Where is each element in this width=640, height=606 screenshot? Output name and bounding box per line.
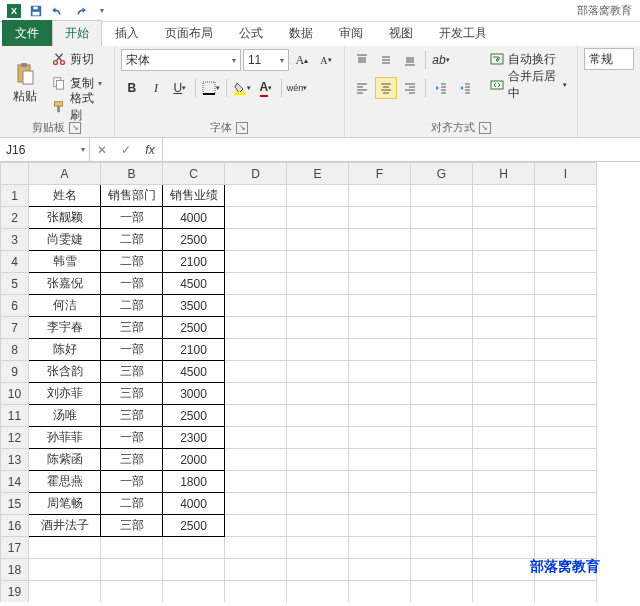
align-middle-button[interactable] xyxy=(375,49,397,71)
cell-B15[interactable]: 二部 xyxy=(101,493,163,515)
cell-E7[interactable] xyxy=(287,317,349,339)
cell-C17[interactable] xyxy=(163,537,225,559)
cell-B14[interactable]: 一部 xyxy=(101,471,163,493)
cell-E16[interactable] xyxy=(287,515,349,537)
cell-F11[interactable] xyxy=(349,405,411,427)
cell-E12[interactable] xyxy=(287,427,349,449)
cell-E6[interactable] xyxy=(287,295,349,317)
ruby-button[interactable]: wén▾ xyxy=(286,77,308,99)
cell-H7[interactable] xyxy=(473,317,535,339)
cell-I19[interactable] xyxy=(535,581,597,603)
row-header-6[interactable]: 6 xyxy=(1,295,29,317)
col-header-C[interactable]: C xyxy=(163,163,225,185)
cell-A12[interactable]: 孙菲菲 xyxy=(29,427,101,449)
cell-D5[interactable] xyxy=(225,273,287,295)
cell-F4[interactable] xyxy=(349,251,411,273)
worksheet-grid[interactable]: ABCDEFGHI1姓名销售部门销售业绩2张靓颖一部40003尚雯婕二部2500… xyxy=(0,162,640,602)
cell-A5[interactable]: 张嘉倪 xyxy=(29,273,101,295)
cell-H1[interactable] xyxy=(473,185,535,207)
row-header-2[interactable]: 2 xyxy=(1,207,29,229)
tab-7[interactable]: 开发工具 xyxy=(426,20,500,46)
cell-E13[interactable] xyxy=(287,449,349,471)
cell-A11[interactable]: 汤唯 xyxy=(29,405,101,427)
row-header-9[interactable]: 9 xyxy=(1,361,29,383)
cell-D4[interactable] xyxy=(225,251,287,273)
font-color-button[interactable]: A▾ xyxy=(255,77,277,99)
cell-C14[interactable]: 1800 xyxy=(163,471,225,493)
cell-G15[interactable] xyxy=(411,493,473,515)
cell-B12[interactable]: 一部 xyxy=(101,427,163,449)
cell-E11[interactable] xyxy=(287,405,349,427)
cell-D14[interactable] xyxy=(225,471,287,493)
tab-3[interactable]: 公式 xyxy=(226,20,276,46)
cell-A18[interactable] xyxy=(29,559,101,581)
orientation-button[interactable]: ab▾ xyxy=(430,49,452,71)
enter-button[interactable]: ✓ xyxy=(114,138,138,161)
cell-G7[interactable] xyxy=(411,317,473,339)
row-header-19[interactable]: 19 xyxy=(1,581,29,603)
row-header-5[interactable]: 5 xyxy=(1,273,29,295)
excel-icon[interactable]: X xyxy=(4,2,24,20)
grow-font-button[interactable]: A▴ xyxy=(291,49,313,71)
formula-input[interactable] xyxy=(163,138,640,161)
fx-button[interactable]: fx xyxy=(138,138,162,161)
cell-D2[interactable] xyxy=(225,207,287,229)
cell-G6[interactable] xyxy=(411,295,473,317)
cell-F16[interactable] xyxy=(349,515,411,537)
cell-B9[interactable]: 三部 xyxy=(101,361,163,383)
row-header-10[interactable]: 10 xyxy=(1,383,29,405)
cell-C18[interactable] xyxy=(163,559,225,581)
cell-B16[interactable]: 三部 xyxy=(101,515,163,537)
tab-4[interactable]: 数据 xyxy=(276,20,326,46)
cell-H9[interactable] xyxy=(473,361,535,383)
cell-B5[interactable]: 一部 xyxy=(101,273,163,295)
cell-C2[interactable]: 4000 xyxy=(163,207,225,229)
cell-I17[interactable] xyxy=(535,537,597,559)
cell-I12[interactable] xyxy=(535,427,597,449)
cell-E5[interactable] xyxy=(287,273,349,295)
cell-C15[interactable]: 4000 xyxy=(163,493,225,515)
col-header-G[interactable]: G xyxy=(411,163,473,185)
cell-I10[interactable] xyxy=(535,383,597,405)
undo-button[interactable] xyxy=(48,2,68,20)
cell-G19[interactable] xyxy=(411,581,473,603)
underline-button[interactable]: U▾ xyxy=(169,77,191,99)
cell-H14[interactable] xyxy=(473,471,535,493)
cell-G8[interactable] xyxy=(411,339,473,361)
qat-customize[interactable]: ▾ xyxy=(92,2,112,20)
cell-B8[interactable]: 一部 xyxy=(101,339,163,361)
cell-H17[interactable] xyxy=(473,537,535,559)
cell-H5[interactable] xyxy=(473,273,535,295)
cell-B10[interactable]: 三部 xyxy=(101,383,163,405)
cell-A10[interactable]: 刘亦菲 xyxy=(29,383,101,405)
cell-E8[interactable] xyxy=(287,339,349,361)
cell-B18[interactable] xyxy=(101,559,163,581)
cell-C8[interactable]: 2100 xyxy=(163,339,225,361)
cell-I14[interactable] xyxy=(535,471,597,493)
cell-A13[interactable]: 陈紫函 xyxy=(29,449,101,471)
cell-H16[interactable] xyxy=(473,515,535,537)
row-header-15[interactable]: 15 xyxy=(1,493,29,515)
cell-A8[interactable]: 陈好 xyxy=(29,339,101,361)
cell-G17[interactable] xyxy=(411,537,473,559)
cell-B13[interactable]: 三部 xyxy=(101,449,163,471)
cell-C1[interactable]: 销售业绩 xyxy=(163,185,225,207)
cell-A16[interactable]: 酒井法子 xyxy=(29,515,101,537)
cell-F8[interactable] xyxy=(349,339,411,361)
tab-file[interactable]: 文件 xyxy=(2,20,52,46)
cell-D18[interactable] xyxy=(225,559,287,581)
col-header-H[interactable]: H xyxy=(473,163,535,185)
cell-I6[interactable] xyxy=(535,295,597,317)
cell-I5[interactable] xyxy=(535,273,597,295)
align-center-button[interactable] xyxy=(375,77,397,99)
cell-G14[interactable] xyxy=(411,471,473,493)
format-painter-button[interactable]: 格式刷 xyxy=(48,96,107,118)
cell-A15[interactable]: 周笔畅 xyxy=(29,493,101,515)
cell-B17[interactable] xyxy=(101,537,163,559)
cell-D11[interactable] xyxy=(225,405,287,427)
cell-H19[interactable] xyxy=(473,581,535,603)
cell-D10[interactable] xyxy=(225,383,287,405)
row-header-4[interactable]: 4 xyxy=(1,251,29,273)
cell-A3[interactable]: 尚雯婕 xyxy=(29,229,101,251)
cell-D13[interactable] xyxy=(225,449,287,471)
